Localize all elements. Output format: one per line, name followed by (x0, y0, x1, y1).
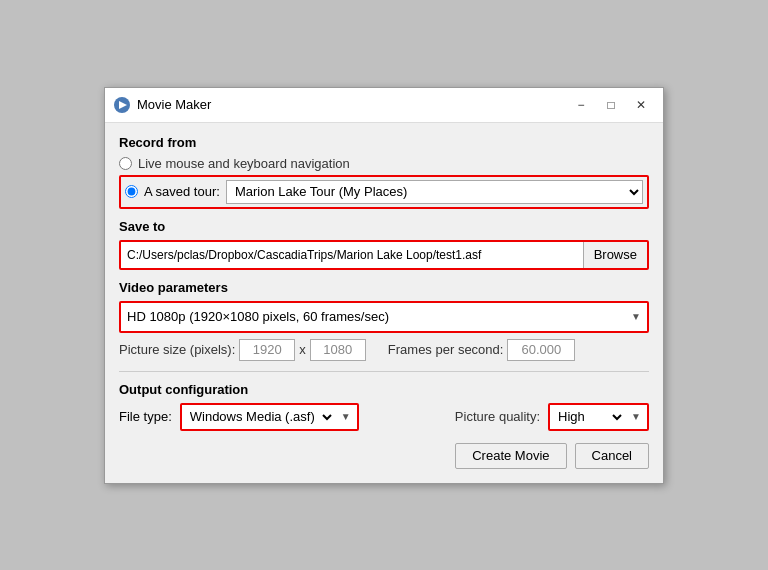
save-to-section: Save to Browse (119, 219, 649, 270)
tour-select[interactable]: Marion Lake Tour (My Places) Tour 1 Tour… (226, 180, 643, 204)
title-bar: Movie Maker − □ ✕ (105, 88, 663, 123)
title-bar-controls: − □ ✕ (567, 94, 655, 116)
quality-select[interactable]: High Medium Low (550, 404, 625, 430)
saved-tour-row: A saved tour: Marion Lake Tour (My Place… (119, 175, 649, 209)
button-row: Create Movie Cancel (119, 443, 649, 469)
save-path-input[interactable] (121, 242, 583, 268)
dialog-content: Record from Live mouse and keyboard navi… (105, 123, 663, 483)
save-to-label: Save to (119, 219, 649, 234)
file-type-select-wrap: Windows Media (.asf) MPEG-4 (.mp4) AVI (… (180, 403, 359, 431)
quality-select-wrap: High Medium Low ▼ (548, 403, 649, 431)
file-type-select[interactable]: Windows Media (.asf) MPEG-4 (.mp4) AVI (… (182, 404, 335, 430)
quality-arrow: ▼ (625, 411, 647, 422)
movie-maker-window: Movie Maker − □ ✕ Record from Live mouse… (104, 87, 664, 484)
record-from-label: Record from (119, 135, 649, 150)
output-config-label: Output configuration (119, 382, 649, 397)
height-input (310, 339, 366, 361)
video-params-label: Video parameters (119, 280, 649, 295)
divider (119, 371, 649, 372)
resolution-select-arrow: ▼ (625, 311, 647, 322)
file-type-label: File type: (119, 409, 172, 424)
resolution-select[interactable]: HD 1080p (1920×1080 pixels, 60 frames/se… (121, 303, 625, 331)
fps-label: Frames per second: (388, 342, 504, 357)
video-params-section: Video parameters HD 1080p (1920×1080 pix… (119, 280, 649, 361)
saved-tour-radio[interactable] (125, 185, 138, 198)
browse-button[interactable]: Browse (583, 242, 647, 268)
x-separator: x (299, 342, 306, 357)
picture-size-row: Picture size (pixels): x Frames per seco… (119, 339, 649, 361)
saved-tour-label: A saved tour: (144, 184, 220, 199)
picture-quality-label: Picture quality: (455, 409, 540, 424)
live-nav-label: Live mouse and keyboard navigation (138, 156, 350, 171)
window-title: Movie Maker (137, 97, 567, 112)
output-config-row: File type: Windows Media (.asf) MPEG-4 (… (119, 403, 649, 431)
close-button[interactable]: ✕ (627, 94, 655, 116)
resolution-select-wrap: HD 1080p (1920×1080 pixels, 60 frames/se… (119, 301, 649, 333)
live-nav-row: Live mouse and keyboard navigation (119, 156, 649, 171)
record-from-section: Record from Live mouse and keyboard navi… (119, 135, 649, 209)
app-icon (113, 96, 131, 114)
maximize-button[interactable]: □ (597, 94, 625, 116)
create-movie-button[interactable]: Create Movie (455, 443, 566, 469)
save-to-row: Browse (119, 240, 649, 270)
width-input (239, 339, 295, 361)
output-config-section: Output configuration File type: Windows … (119, 382, 649, 431)
live-nav-radio[interactable] (119, 157, 132, 170)
cancel-button[interactable]: Cancel (575, 443, 649, 469)
picture-size-label: Picture size (pixels): (119, 342, 235, 357)
file-type-arrow: ▼ (335, 411, 357, 422)
minimize-button[interactable]: − (567, 94, 595, 116)
fps-input (507, 339, 575, 361)
